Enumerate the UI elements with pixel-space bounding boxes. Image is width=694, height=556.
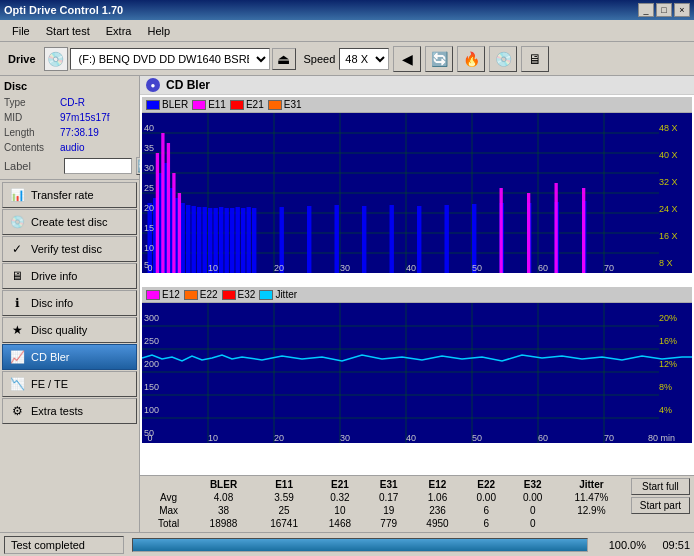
nav-fe-te[interactable]: 📉 FE / TE — [2, 371, 137, 397]
speed-dropdown[interactable]: 48 X — [339, 48, 389, 70]
svg-rect-29 — [230, 208, 234, 273]
drive-info-icon: 🖥 — [9, 268, 25, 284]
nav-transfer-rate[interactable]: 📊 Transfer rate — [2, 182, 137, 208]
start-part-button[interactable]: Start part — [631, 497, 690, 514]
disc-length-label: Length — [4, 126, 60, 140]
verify-test-disc-icon: ✓ — [9, 241, 25, 257]
cd-bler-icon: 📈 — [9, 349, 25, 365]
stats-max-row: Max 38 25 10 19 236 6 0 12.9% — [144, 504, 627, 517]
total-e21: 1468 — [314, 517, 365, 530]
nav-drive-info[interactable]: 🖥 Drive info — [2, 263, 137, 289]
svg-rect-22 — [192, 206, 196, 273]
nav-cd-bler[interactable]: 📈 CD Bler — [2, 344, 137, 370]
disc-section-title: Disc — [4, 80, 135, 92]
left-panel: Disc Type CD-R MID 97m15s17f Length 77:3… — [0, 76, 140, 532]
disc-quality-icon: ★ — [9, 322, 25, 338]
svg-text:40: 40 — [144, 123, 154, 133]
svg-text:8%: 8% — [659, 382, 672, 392]
svg-text:40: 40 — [406, 263, 416, 273]
max-e22: 6 — [463, 504, 509, 517]
total-e32: 0 — [509, 517, 555, 530]
svg-text:70: 70 — [604, 263, 614, 273]
menu-start-test[interactable]: Start test — [38, 23, 98, 39]
svg-text:35: 35 — [144, 143, 154, 153]
svg-text:10: 10 — [208, 263, 218, 273]
nav-cd-bler-label: CD Bler — [31, 351, 70, 363]
svg-rect-46 — [156, 153, 159, 273]
stats-area: BLER E11 E21 E31 E12 E22 E32 Jitter — [140, 475, 694, 532]
nav-create-test-disc-label: Create test disc — [31, 216, 107, 228]
disc-button[interactable]: 💿 — [489, 46, 517, 72]
svg-rect-50 — [178, 193, 181, 273]
nav-disc-info[interactable]: ℹ Disc info — [2, 290, 137, 316]
speed-label: Speed — [304, 53, 336, 65]
e32-legend: E32 — [222, 289, 256, 300]
close-button[interactable]: × — [674, 3, 690, 17]
nav-drive-info-label: Drive info — [31, 270, 77, 282]
svg-text:4%: 4% — [659, 405, 672, 415]
bottom-chart-canvas: 300 250 200 150 100 50 0 10 20 30 40 50 … — [142, 303, 692, 443]
drive-selector: 💿 (F:) BENQ DVD DD DW1640 BSRB ⏏ — [44, 47, 296, 71]
nav-verify-test-disc[interactable]: ✓ Verify test disc — [2, 236, 137, 262]
stats-table: BLER E11 E21 E31 E12 E22 E32 Jitter — [144, 478, 627, 530]
svg-rect-32 — [247, 207, 251, 273]
svg-text:24 X: 24 X — [659, 204, 678, 214]
avg-e21: 0.32 — [314, 491, 365, 504]
jitter-legend-color — [259, 290, 273, 300]
svg-rect-47 — [161, 133, 164, 273]
disc-label-label: Label — [4, 160, 60, 172]
burn-button[interactable]: 🔥 — [457, 46, 485, 72]
nav-create-test-disc[interactable]: 💿 Create test disc — [2, 209, 137, 235]
nav-transfer-rate-label: Transfer rate — [31, 189, 94, 201]
e22-legend: E22 — [184, 289, 218, 300]
disc-contents-value: audio — [60, 141, 84, 155]
drive-dropdown[interactable]: (F:) BENQ DVD DD DW1640 BSRB — [70, 48, 270, 70]
bler-legend-color — [146, 100, 160, 110]
menu-help[interactable]: Help — [139, 23, 178, 39]
max-e11: 25 — [254, 504, 315, 517]
svg-text:16 X: 16 X — [659, 231, 678, 241]
svg-text:30: 30 — [340, 263, 350, 273]
maximize-button[interactable]: □ — [656, 3, 672, 17]
max-jitter: 12.9% — [556, 504, 627, 517]
avg-e12: 1.06 — [412, 491, 463, 504]
eject-button[interactable]: ⏏ — [272, 48, 296, 70]
extra-tests-icon: ⚙ — [9, 403, 25, 419]
bler-legend-label: BLER — [162, 99, 188, 110]
stats-actions: Start full Start part — [631, 478, 690, 530]
disc-contents-row: Contents audio — [4, 141, 135, 155]
nav-disc-quality[interactable]: ★ Disc quality — [2, 317, 137, 343]
settings-button[interactable]: 🖥 — [521, 46, 549, 72]
stats-col-e11: E11 — [254, 478, 315, 491]
start-full-button[interactable]: Start full — [631, 478, 690, 495]
e12-legend-label: E12 — [162, 289, 180, 300]
stats-row-wrapper: BLER E11 E21 E31 E12 E22 E32 Jitter — [144, 478, 690, 530]
e11-legend-color — [192, 100, 206, 110]
window-controls[interactable]: _ □ × — [638, 3, 690, 17]
disc-type-value: CD-R — [60, 96, 85, 110]
e12-legend-color — [146, 290, 160, 300]
refresh-button[interactable]: 🔄 — [425, 46, 453, 72]
menu-extra[interactable]: Extra — [98, 23, 140, 39]
menu-file[interactable]: File — [4, 23, 38, 39]
disc-mid-value: 97m15s17f — [60, 111, 109, 125]
svg-text:30: 30 — [144, 163, 154, 173]
back-button[interactable]: ◀ — [393, 46, 421, 72]
disc-length-row: Length 77:38.19 — [4, 126, 135, 140]
e32-legend-color — [222, 290, 236, 300]
svg-rect-27 — [219, 207, 223, 273]
total-e12: 4950 — [412, 517, 463, 530]
chart-title-bar: ● CD Bler — [140, 76, 694, 95]
disc-label-input[interactable] — [64, 158, 132, 174]
minimize-button[interactable]: _ — [638, 3, 654, 17]
disc-mid-label: MID — [4, 111, 60, 125]
svg-text:200: 200 — [144, 359, 159, 369]
nav-extra-tests[interactable]: ⚙ Extra tests — [2, 398, 137, 424]
stats-col-jitter: Jitter — [556, 478, 627, 491]
svg-rect-31 — [241, 208, 245, 273]
stats-col-e21: E21 — [314, 478, 365, 491]
svg-text:20%: 20% — [659, 313, 677, 323]
svg-text:0: 0 — [148, 263, 153, 273]
avg-e31: 0.17 — [365, 491, 411, 504]
svg-text:40 X: 40 X — [659, 150, 678, 160]
